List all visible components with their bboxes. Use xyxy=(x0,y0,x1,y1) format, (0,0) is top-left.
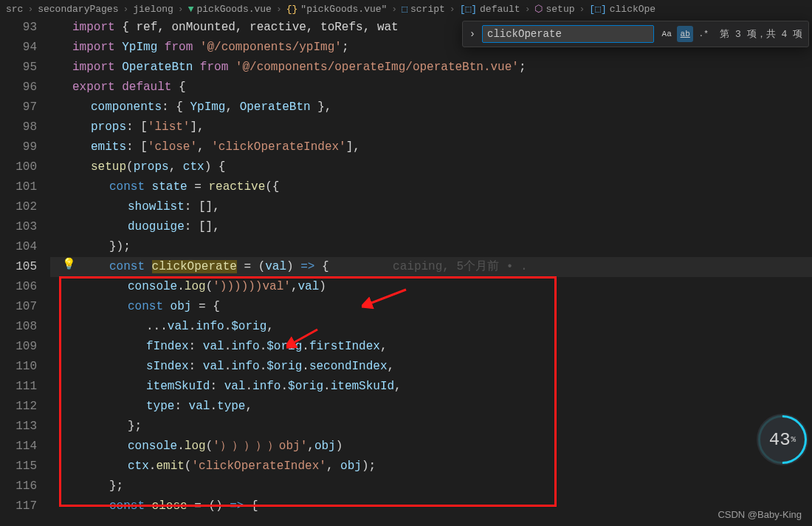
code-area[interactable]: import { ref, onMounted, reactive, toRef… xyxy=(50,18,812,516)
lightbulb-icon[interactable]: 💡 xyxy=(62,257,76,271)
line-gutter: 9394959697989910010110210310410510610710… xyxy=(0,18,50,516)
chevron-right-icon: › xyxy=(450,4,455,15)
code-line[interactable]: console.log('）））））obj',obj) xyxy=(50,437,812,457)
crumb[interactable]: ⬚script xyxy=(402,3,445,15)
chevron-right-icon: › xyxy=(579,4,585,15)
breadcrumb: src › secondaryPages › jielong › ▼pickGo… xyxy=(0,0,812,18)
code-line[interactable]: }); xyxy=(50,237,812,257)
code-line[interactable]: const clickOperate = (val) => { caiping,… xyxy=(50,257,812,277)
crumb[interactable]: secondaryPages xyxy=(38,4,118,15)
progress-badge: 43 % xyxy=(757,414,808,465)
progress-value: 43 xyxy=(769,430,791,450)
code-line[interactable]: const obj = { xyxy=(50,297,812,317)
chevron-right-icon: › xyxy=(27,4,33,15)
crumb[interactable]: jielong xyxy=(133,4,173,15)
code-line[interactable]: showlist: [], xyxy=(50,197,812,217)
code-line[interactable]: props: ['list'], xyxy=(50,117,812,137)
method-icon: ⬡ xyxy=(534,3,543,15)
namespace-icon: [⬚] xyxy=(460,3,477,15)
chevron-right-icon: › xyxy=(391,4,397,15)
crumb[interactable]: [⬚]default xyxy=(460,3,520,15)
chevron-right-icon: › xyxy=(276,4,282,15)
find-widget[interactable]: › Aa ab .* 第 3 项，共 4 项 xyxy=(462,21,809,47)
code-line[interactable]: ...val.info.$orig, xyxy=(50,317,812,337)
crumb[interactable]: [⬚]clickOpe xyxy=(589,3,656,15)
code-line[interactable]: const close = () => { xyxy=(50,496,812,516)
match-count: 第 3 项，共 4 项 xyxy=(720,27,802,41)
expand-replace-icon[interactable]: › xyxy=(463,28,482,40)
chevron-right-icon: › xyxy=(525,4,531,15)
code-line[interactable]: duoguige: [], xyxy=(50,217,812,237)
code-line[interactable]: }; xyxy=(50,477,812,496)
namespace-icon: [⬚] xyxy=(589,3,606,15)
whole-word-button[interactable]: ab xyxy=(677,26,693,42)
crumb[interactable]: src xyxy=(6,4,23,15)
watermark: CSDN @Baby-King xyxy=(718,509,802,520)
code-line[interactable]: setup(props, ctx) { xyxy=(50,157,812,177)
code-line[interactable]: components: { YpImg, OperateBtn }, xyxy=(50,98,812,117)
code-line[interactable]: itemSkuId: val.info.$orig.itemSkuId, xyxy=(50,377,812,397)
percent-icon: % xyxy=(791,435,796,444)
code-editor[interactable]: 9394959697989910010110210310410510610710… xyxy=(0,18,812,516)
crumb[interactable]: ⬡setup xyxy=(534,3,574,15)
cube-icon: ⬚ xyxy=(402,3,407,15)
chevron-right-icon: › xyxy=(178,4,184,15)
code-line[interactable]: fIndex: val.info.$orig.firstIndex, xyxy=(50,337,812,357)
crumb[interactable]: {}"pickGoods.vue" xyxy=(286,4,388,15)
code-line[interactable]: console.log('))))))val',val) xyxy=(50,277,812,297)
code-line[interactable]: export default { xyxy=(50,78,812,98)
regex-button[interactable]: .* xyxy=(695,26,712,42)
code-line[interactable]: const state = reactive({ xyxy=(50,177,812,197)
vue-icon: ▼ xyxy=(188,4,194,15)
code-line[interactable]: type: val.type, xyxy=(50,397,812,417)
code-line[interactable]: ctx.emit('clickOperateIndex', obj); xyxy=(50,457,812,477)
crumb[interactable]: ▼pickGoods.vue xyxy=(188,4,272,15)
code-line[interactable]: import OperateBtn from '@/components/ope… xyxy=(50,58,812,78)
search-input[interactable] xyxy=(482,25,654,43)
code-line[interactable]: emits: ['close', 'clickOperateIndex'], xyxy=(50,137,812,157)
code-line[interactable]: sIndex: val.info.$orig.secondIndex, xyxy=(50,357,812,377)
match-case-button[interactable]: Aa xyxy=(658,26,675,42)
code-line[interactable]: }; xyxy=(50,417,812,437)
chevron-right-icon: › xyxy=(123,4,128,15)
brace-icon: {} xyxy=(286,4,298,15)
